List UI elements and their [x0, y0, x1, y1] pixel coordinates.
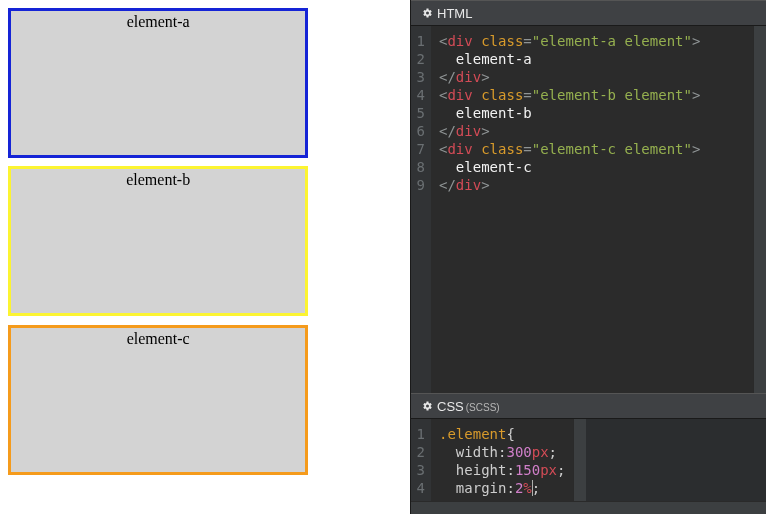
- css-code-editor[interactable]: 1234 .element{ width:300px; height:150px…: [411, 419, 573, 501]
- css-panel-header[interactable]: CSS(SCSS): [411, 393, 766, 419]
- css-gutter: 1234: [411, 419, 431, 501]
- editor-pane: HTML 123456789 <div class="element-a ele…: [410, 0, 766, 514]
- html-code[interactable]: <div class="element-a element"> element-…: [431, 26, 708, 393]
- html-panel-title: HTML: [437, 6, 472, 21]
- preview-element-c-label: element-c: [127, 330, 190, 347]
- preview-pane: element-a element-b element-c: [0, 0, 410, 514]
- html-code-editor[interactable]: 123456789 <div class="element-a element"…: [411, 26, 753, 393]
- preview-element-a: element-a: [8, 8, 308, 158]
- preview-element-a-label: element-a: [127, 13, 190, 30]
- preview-element-b: element-b: [8, 166, 308, 316]
- html-panel-header[interactable]: HTML: [411, 0, 766, 26]
- css-panel: CSS(SCSS) 1234 .element{ width:300px; he…: [411, 393, 766, 514]
- html-scrollbar-vertical[interactable]: [753, 26, 766, 393]
- css-panel-subtitle: (SCSS): [466, 402, 500, 413]
- preview-element-b-label: element-b: [126, 171, 190, 188]
- css-panel-title: CSS: [437, 399, 464, 414]
- html-panel: HTML 123456789 <div class="element-a ele…: [411, 0, 766, 393]
- css-scrollbar-horizontal[interactable]: [411, 501, 766, 514]
- preview-element-c: element-c: [8, 325, 308, 475]
- css-code[interactable]: .element{ width:300px; height:150px; mar…: [431, 419, 573, 501]
- gear-icon[interactable]: [421, 395, 433, 421]
- html-gutter: 123456789: [411, 26, 431, 393]
- gear-icon[interactable]: [421, 2, 433, 28]
- css-scrollbar-vertical[interactable]: [573, 419, 586, 501]
